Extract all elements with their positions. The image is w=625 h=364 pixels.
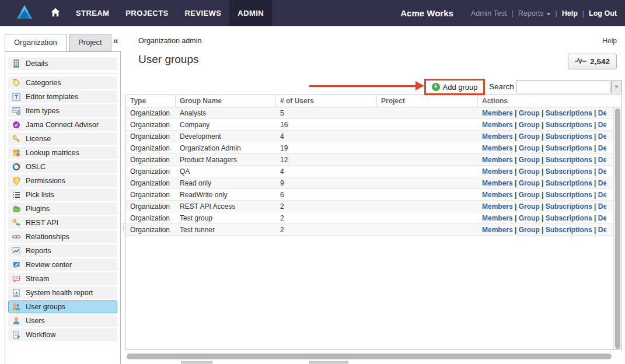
group-link[interactable]: Group (519, 109, 540, 117)
help-link[interactable]: Help (602, 37, 617, 45)
sidebar-item-stream[interactable]: Stream (8, 272, 117, 285)
subscriptions-link[interactable]: Subscriptions (546, 191, 592, 199)
members-link[interactable]: Members (482, 109, 513, 117)
column-header-users[interactable]: # of Users (276, 95, 377, 107)
delete-link[interactable]: Delete (598, 167, 606, 176)
delete-link[interactable]: Delete (598, 109, 606, 117)
members-link[interactable]: Members (482, 191, 513, 199)
nav-item-reviews[interactable]: REVIEWS (177, 0, 230, 26)
tab-organization[interactable]: Organization (5, 34, 67, 51)
group-link[interactable]: Group (519, 179, 540, 187)
horizontal-scrollbar[interactable] (125, 352, 622, 360)
sidebar-item-rest-api[interactable]: REST API (8, 216, 117, 229)
subscriptions-link[interactable]: Subscriptions (546, 167, 592, 176)
group-link[interactable]: Group (519, 167, 540, 176)
sidebar-item-details[interactable]: Details (8, 57, 117, 70)
subscriptions-link[interactable]: Subscriptions (546, 214, 592, 222)
sidebar-item-system-health-report[interactable]: System health report (8, 286, 117, 299)
members-link[interactable]: Members (482, 156, 513, 164)
group-link[interactable]: Group (519, 144, 540, 152)
sidebar-item-jama-connect-advisor[interactable]: Jama Connect Advisor (8, 118, 117, 131)
column-header-type[interactable]: Type (126, 95, 176, 107)
subscriptions-link[interactable]: Subscriptions (546, 179, 592, 187)
members-link[interactable]: Members (482, 121, 513, 129)
delete-link[interactable]: Delete (598, 191, 606, 199)
sidebar-item-reports[interactable]: Reports (8, 244, 117, 257)
subscriptions-link[interactable]: Subscriptions (546, 109, 592, 117)
members-link[interactable]: Members (482, 132, 513, 141)
column-header-project[interactable]: Project (377, 95, 478, 107)
group-link[interactable]: Group (519, 202, 540, 211)
nav-item-stream[interactable]: STREAM (68, 0, 117, 26)
cell-group-name[interactable]: REST API Access (176, 201, 276, 212)
column-header-group-name[interactable]: Group Name (176, 95, 276, 107)
sidebar-item-users[interactable]: Users (8, 314, 117, 327)
sidebar-item-workflow[interactable]: Workflow (8, 328, 117, 341)
delete-link[interactable]: Delete (598, 121, 606, 129)
clear-search-button[interactable]: × (611, 80, 622, 93)
group-link[interactable]: Group (519, 132, 540, 141)
cell-group-name[interactable]: Development (176, 131, 276, 142)
members-link[interactable]: Members (482, 144, 513, 152)
subscriptions-link[interactable]: Subscriptions (546, 202, 592, 211)
delete-link[interactable]: Delete (598, 132, 606, 141)
vertical-scrollbar-thumb[interactable] (615, 108, 620, 349)
horizontal-scrollbar-thumb[interactable] (127, 354, 612, 359)
cell-group-name[interactable]: Organization Admin (176, 142, 276, 153)
members-link[interactable]: Members (482, 214, 513, 222)
subscriptions-link[interactable]: Subscriptions (546, 132, 592, 141)
sidebar-item-plugins[interactable]: Plugins (8, 202, 117, 215)
delete-link[interactable]: Delete (598, 144, 606, 152)
delete-link[interactable]: Delete (598, 226, 606, 234)
cell-group-name[interactable]: Analysts (176, 107, 276, 118)
home-button[interactable] (43, 0, 68, 26)
collapse-sidebar-icon[interactable]: « (113, 36, 118, 46)
add-group-button[interactable]: + Add group (424, 79, 485, 95)
group-link[interactable]: Group (519, 156, 540, 164)
sidebar-item-item-types[interactable]: Item types (8, 104, 117, 117)
cell-group-name[interactable]: Test runner (176, 224, 276, 235)
delete-link[interactable]: Delete (598, 202, 606, 211)
group-link[interactable]: Group (519, 121, 540, 129)
cell-group-name[interactable]: Company (176, 119, 276, 130)
cell-group-name[interactable]: ReadWrite only (176, 189, 276, 200)
members-link[interactable]: Members (482, 167, 513, 176)
sidebar-item-relationships[interactable]: Relationships (8, 230, 117, 243)
activity-count-button[interactable]: 2,542 (568, 54, 617, 69)
nav-item-admin[interactable]: ADMIN (229, 0, 272, 26)
subscriptions-link[interactable]: Subscriptions (546, 226, 592, 234)
logout-link[interactable]: Log Out (589, 9, 617, 18)
sidebar-item-review-center[interactable]: Review center (8, 258, 117, 271)
help-menu-link[interactable]: Help (562, 9, 578, 18)
jama-logo-icon[interactable] (12, 3, 37, 24)
sidebar-item-pick-lists[interactable]: Pick lists (8, 188, 117, 201)
sidebar-item-categories[interactable]: Categories (8, 76, 117, 89)
group-link[interactable]: Group (519, 214, 540, 222)
subscriptions-link[interactable]: Subscriptions (546, 156, 592, 164)
subscriptions-link[interactable]: Subscriptions (546, 121, 592, 129)
vertical-scrollbar[interactable] (613, 107, 621, 349)
delete-link[interactable]: Delete (598, 179, 606, 187)
sidebar-item-license[interactable]: License (8, 132, 117, 145)
sidebar-item-editor-templates[interactable]: Editor templates (8, 90, 117, 103)
nav-item-projects[interactable]: PROJECTS (117, 0, 176, 26)
cell-group-name[interactable]: QA (176, 166, 276, 177)
search-input[interactable] (516, 80, 610, 93)
cell-group-name[interactable]: Read only (176, 177, 276, 188)
group-link[interactable]: Group (519, 191, 540, 199)
sidebar-item-permissions[interactable]: Permissions (8, 174, 117, 187)
subscriptions-link[interactable]: Subscriptions (546, 144, 592, 152)
delete-link[interactable]: Delete (598, 214, 606, 222)
sidebar-item-user-groups[interactable]: User groups (8, 300, 117, 313)
members-link[interactable]: Members (482, 179, 513, 187)
members-link[interactable]: Members (482, 202, 513, 211)
sidebar-item-oslc[interactable]: OSLC (8, 160, 117, 173)
sidebar-item-lookup-matrices[interactable]: Lookup matrices (8, 146, 117, 159)
delete-link[interactable]: Delete (598, 156, 606, 164)
reports-menu[interactable]: Reports (518, 9, 551, 18)
group-link[interactable]: Group (519, 226, 540, 234)
cell-group-name[interactable]: Test group (176, 212, 276, 223)
members-link[interactable]: Members (482, 226, 513, 234)
tab-project[interactable]: Project (69, 34, 111, 51)
user-menu[interactable]: Admin Test (471, 9, 507, 18)
